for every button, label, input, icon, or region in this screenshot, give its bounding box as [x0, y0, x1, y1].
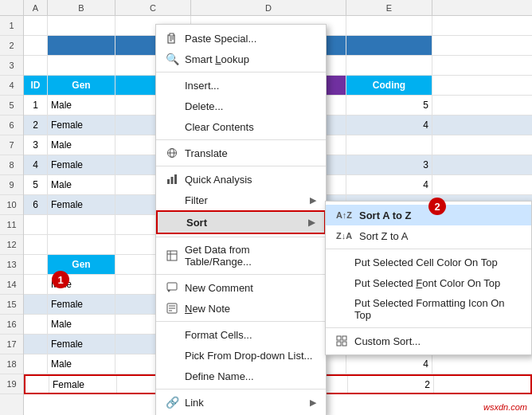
cell-11a [24, 215, 48, 234]
menu-item-sort[interactable]: Sort ▶ [156, 210, 326, 234]
cell-5b: Male [48, 96, 115, 115]
menu-label-cell-color: Put Selected Cell Color On Top [354, 256, 522, 268]
cell-18a [24, 354, 48, 374]
cell-1e [346, 16, 432, 35]
menu-item-new-note[interactable]: New Note [156, 298, 326, 319]
cell-18e: 4 [346, 354, 432, 374]
col-header-d: D [191, 0, 346, 15]
separator-6 [156, 321, 326, 322]
cell-7e [346, 135, 432, 155]
menu-item-get-data[interactable]: Get Data from Table/Range... [156, 240, 326, 272]
menu-label-quick-analysis: Quick Analysis [185, 174, 316, 186]
menu-label-clear-contents: Clear Contents [185, 121, 316, 133]
menu-item-new-comment[interactable]: New Comment [156, 277, 326, 298]
cell-19a [25, 376, 49, 393]
cell-2e [346, 36, 432, 55]
menu-label-translate: Translate [185, 147, 316, 159]
dropdown-icon [166, 349, 178, 362]
translate-icon [166, 147, 178, 159]
cell-17a [24, 335, 48, 354]
menu-label-smart-lookup: Smart Lookup [185, 53, 316, 65]
cell-1b [48, 16, 115, 35]
cell-6e: 4 [346, 115, 432, 135]
cell-3a [24, 56, 48, 75]
menu-item-define-name[interactable]: Define Name... [156, 366, 326, 386]
cell-15a [24, 295, 48, 314]
menu-item-filter[interactable]: Filter ▶ [156, 190, 326, 210]
lookup-icon: 🔍 [166, 53, 178, 65]
svg-rect-9 [171, 177, 174, 184]
separator-7 [156, 389, 326, 390]
menu-label-format-cells: Format Cells... [185, 329, 316, 341]
cell-10a: 6 [24, 195, 48, 214]
badge-1: 1 [52, 271, 69, 288]
cell-4b: Gen [48, 76, 115, 95]
insert-icon [166, 79, 178, 92]
menu-item-link[interactable]: 🔗 Link ▶ [156, 392, 326, 413]
context-menu: Paste Special... 🔍 Smart Lookup Insert..… [155, 24, 327, 415]
sort-submenu-item-font-color[interactable]: Put Selected Font Color On Top [326, 272, 531, 293]
cell-9a: 5 [24, 175, 48, 194]
menu-item-paste-special[interactable]: Paste Special... [156, 28, 326, 49]
cell-12a [24, 235, 48, 254]
cell-16b: Male [48, 315, 115, 334]
comment-icon [166, 281, 178, 294]
separator-4 [156, 237, 326, 237]
cell-19b: Female [49, 376, 117, 393]
link-arrow-icon: ▶ [310, 397, 316, 408]
sort-submenu-item-format-icon[interactable]: Put Selected Formatting Icon On Top [326, 293, 531, 325]
cell-3b [48, 56, 115, 75]
menu-label-new-comment: New Comment [185, 282, 316, 294]
cell-11b [48, 215, 115, 234]
sort-icon [167, 216, 180, 229]
cell-color-icon [335, 256, 348, 268]
menu-item-clear-contents[interactable]: Clear Contents [156, 116, 326, 137]
cell-15b: Female [48, 295, 115, 314]
menu-item-format-cells[interactable]: Format Cells... [156, 324, 326, 345]
cell-14a [24, 275, 48, 294]
col-header-c: C [115, 0, 191, 15]
cell-8b: Female [48, 155, 115, 174]
sort-za-icon: Z↓A [335, 229, 353, 242]
menu-item-insert[interactable]: Insert... [156, 75, 326, 96]
menu-label-link: Link [185, 397, 303, 409]
sort-submenu-item-custom[interactable]: Custom Sort... [326, 331, 531, 351]
column-headers: A B C D E [0, 0, 532, 16]
formatting-icon-icon [335, 303, 348, 315]
cell-4e: Coding [346, 76, 432, 95]
font-color-icon [335, 276, 348, 289]
menu-label-custom-sort: Custom Sort... [354, 335, 522, 347]
filter-arrow-icon: ▶ [310, 195, 316, 206]
badge-2: 2 [428, 198, 446, 215]
menu-item-translate[interactable]: Translate [156, 143, 326, 163]
menu-label-font-color: Put Selected Font Color On Top [354, 277, 522, 289]
menu-item-smart-lookup[interactable]: 🔍 Smart Lookup [156, 49, 326, 69]
sort-submenu: A↑Z Sort A to Z Z↓A Sort Z to A Put Sele… [325, 201, 532, 355]
cell-4a: ID [24, 76, 48, 95]
cell-6b: Female [48, 115, 115, 135]
menu-item-pick-dropdown[interactable]: Pick From Drop-down List... [156, 345, 326, 366]
menu-item-quick-analysis[interactable]: Quick Analysis [156, 169, 326, 190]
cell-1a [24, 16, 48, 35]
separator-3 [156, 166, 326, 166]
svg-rect-11 [167, 251, 177, 260]
cell-10b: Female [48, 195, 115, 214]
cell-2b [48, 36, 115, 55]
sort-az-icon: A↑Z [335, 209, 353, 221]
cell-3e [346, 56, 432, 75]
separator-2 [156, 139, 326, 140]
svg-rect-10 [174, 174, 177, 184]
cell-2a [24, 36, 48, 55]
cell-7b: Male [48, 135, 115, 155]
menu-label-filter: Filter [185, 194, 303, 206]
menu-label-paste-special: Paste Special... [185, 33, 316, 45]
separator-1 [156, 72, 326, 72]
sort-arrow-icon: ▶ [308, 217, 315, 228]
col-header-row [0, 0, 24, 15]
svg-rect-21 [337, 342, 341, 346]
sort-submenu-item-za[interactable]: Z↓A Sort Z to A [326, 225, 531, 246]
menu-item-delete[interactable]: Delete... [156, 96, 326, 116]
quick-analysis-icon [166, 173, 178, 186]
sort-submenu-item-cell-color[interactable]: Put Selected Cell Color On Top [326, 252, 531, 272]
menu-label-format-icon: Put Selected Formatting Icon On Top [354, 297, 522, 321]
